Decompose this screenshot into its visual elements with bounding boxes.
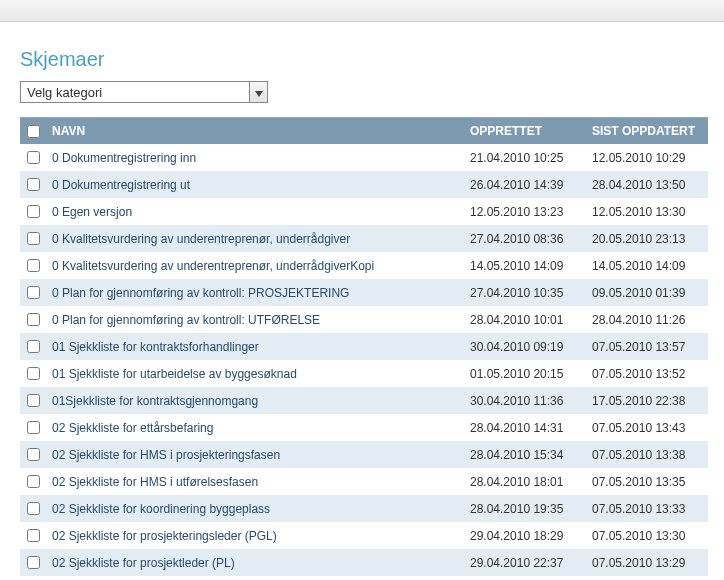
row-name-link[interactable]: 0 Plan for gjennomføring av kontroll: PR… [52, 286, 349, 300]
row-checkbox[interactable] [27, 502, 40, 515]
row-updated: 07.05.2010 13:57 [586, 340, 708, 354]
row-updated: 07.05.2010 13:38 [586, 448, 708, 462]
row-name-link[interactable]: 0 Dokumentregistrering inn [52, 151, 196, 165]
table-row: 0 Kvalitetsvurdering av underentreprenør… [20, 225, 708, 252]
row-name-link[interactable]: 0 Kvalitetsvurdering av underentreprenør… [52, 259, 374, 273]
row-name-link[interactable]: 02 Sjekkliste for prosjektleder (PL) [52, 556, 235, 570]
row-checkbox[interactable] [27, 529, 40, 542]
table-row: 02 Sjekkliste for HMS i utførelsesfasen2… [20, 468, 708, 495]
category-select[interactable]: Velg kategori [20, 81, 268, 103]
window-topbar [0, 0, 724, 22]
row-name-link[interactable]: 02 Sjekkliste for koordinering byggeplas… [52, 502, 270, 516]
row-created: 27.04.2010 08:36 [464, 232, 586, 246]
table-row: 01 Sjekkliste for utarbeidelse av bygges… [20, 360, 708, 387]
row-created: 28.04.2010 18:01 [464, 475, 586, 489]
row-created: 30.04.2010 11:36 [464, 394, 586, 408]
row-updated: 07.05.2010 13:43 [586, 421, 708, 435]
row-checkbox[interactable] [27, 367, 40, 380]
row-updated: 07.05.2010 13:33 [586, 502, 708, 516]
header-updated[interactable]: SIST OPPDATERT [586, 124, 708, 138]
row-created: 30.04.2010 09:19 [464, 340, 586, 354]
row-created: 29.04.2010 22:37 [464, 556, 586, 570]
row-checkbox[interactable] [27, 313, 40, 326]
row-updated: 09.05.2010 01:39 [586, 286, 708, 300]
row-updated: 12.05.2010 10:29 [586, 151, 708, 165]
row-created: 21.04.2010 10:25 [464, 151, 586, 165]
table-row: 02 Sjekkliste for rengjøring av bygg28.0… [20, 576, 708, 580]
row-name-link[interactable]: 02 Sjekkliste for HMS i utførelsesfasen [52, 475, 258, 489]
row-created: 01.05.2010 20:15 [464, 367, 586, 381]
table-row: 02 Sjekkliste for prosjekteringsleder (P… [20, 522, 708, 549]
table-row: 01 Sjekkliste for kontraktsforhandlinger… [20, 333, 708, 360]
row-checkbox[interactable] [27, 340, 40, 353]
row-checkbox[interactable] [27, 394, 40, 407]
table-row: 02 Sjekkliste for HMS i prosjekteringsfa… [20, 441, 708, 468]
row-updated: 28.04.2010 13:50 [586, 178, 708, 192]
row-created: 14.05.2010 14:09 [464, 259, 586, 273]
category-select-value: Velg kategori [27, 85, 102, 100]
row-created: 28.04.2010 15:34 [464, 448, 586, 462]
row-updated: 12.05.2010 13:30 [586, 205, 708, 219]
row-created: 27.04.2010 10:35 [464, 286, 586, 300]
table-row: 0 Dokumentregistrering ut26.04.2010 14:3… [20, 171, 708, 198]
row-name-link[interactable]: 0 Dokumentregistrering ut [52, 178, 190, 192]
chevron-down-icon [255, 85, 263, 100]
table-row: 0 Plan for gjennomføring av kontroll: UT… [20, 306, 708, 333]
row-name-link[interactable]: 01Sjekkliste for kontraktsgjennomgang [52, 394, 258, 408]
table-row: 0 Egen versjon12.05.2010 13:2312.05.2010… [20, 198, 708, 225]
table-row: 0 Dokumentregistrering inn21.04.2010 10:… [20, 144, 708, 171]
row-created: 12.05.2010 13:23 [464, 205, 586, 219]
row-checkbox[interactable] [27, 259, 40, 272]
row-name-link[interactable]: 02 Sjekkliste for HMS i prosjekteringsfa… [52, 448, 280, 462]
header-created[interactable]: OPPRETTET [464, 124, 586, 138]
row-checkbox[interactable] [27, 232, 40, 245]
category-select-button[interactable] [249, 82, 267, 102]
row-checkbox[interactable] [27, 151, 40, 164]
row-checkbox[interactable] [27, 556, 40, 569]
table-row: 02 Sjekkliste for prosjektleder (PL)29.0… [20, 549, 708, 576]
row-checkbox[interactable] [27, 205, 40, 218]
row-name-link[interactable]: 01 Sjekkliste for kontraktsforhandlinger [52, 340, 259, 354]
table-row: 01Sjekkliste for kontraktsgjennomgang30.… [20, 387, 708, 414]
row-updated: 07.05.2010 13:52 [586, 367, 708, 381]
row-updated: 14.05.2010 14:09 [586, 259, 708, 273]
row-name-link[interactable]: 0 Egen versjon [52, 205, 132, 219]
select-all-checkbox[interactable] [27, 125, 40, 138]
row-created: 29.04.2010 18:29 [464, 529, 586, 543]
row-checkbox[interactable] [27, 178, 40, 191]
table-row: 0 Plan for gjennomføring av kontroll: PR… [20, 279, 708, 306]
row-name-link[interactable]: 0 Plan for gjennomføring av kontroll: UT… [52, 313, 320, 327]
table-row: 02 Sjekkliste for ettårsbefaring28.04.20… [20, 414, 708, 441]
table-row: 0 Kvalitetsvurdering av underentreprenør… [20, 252, 708, 279]
row-name-link[interactable]: 02 Sjekkliste for prosjekteringsleder (P… [52, 529, 277, 543]
page-title: Skjemaer [20, 48, 704, 71]
row-updated: 07.05.2010 13:29 [586, 556, 708, 570]
table-row: 02 Sjekkliste for koordinering byggeplas… [20, 495, 708, 522]
row-name-link[interactable]: 0 Kvalitetsvurdering av underentreprenør… [52, 232, 350, 246]
row-updated: 07.05.2010 13:35 [586, 475, 708, 489]
row-name-link[interactable]: 02 Sjekkliste for ettårsbefaring [52, 421, 213, 435]
row-name-link[interactable]: 01 Sjekkliste for utarbeidelse av bygges… [52, 367, 297, 381]
row-created: 28.04.2010 14:31 [464, 421, 586, 435]
row-checkbox[interactable] [27, 448, 40, 461]
header-name[interactable]: NAVN [46, 124, 464, 138]
row-updated: 07.05.2010 13:30 [586, 529, 708, 543]
row-updated: 17.05.2010 22:38 [586, 394, 708, 408]
row-created: 26.04.2010 14:39 [464, 178, 586, 192]
row-checkbox[interactable] [27, 421, 40, 434]
forms-table: NAVN OPPRETTET SIST OPPDATERT 0 Dokument… [20, 117, 708, 580]
row-checkbox[interactable] [27, 286, 40, 299]
row-updated: 20.05.2010 23:13 [586, 232, 708, 246]
row-updated: 28.04.2010 11:26 [586, 313, 708, 327]
row-created: 28.04.2010 10:01 [464, 313, 586, 327]
row-checkbox[interactable] [27, 475, 40, 488]
table-header: NAVN OPPRETTET SIST OPPDATERT [20, 118, 708, 144]
row-created: 28.04.2010 19:35 [464, 502, 586, 516]
